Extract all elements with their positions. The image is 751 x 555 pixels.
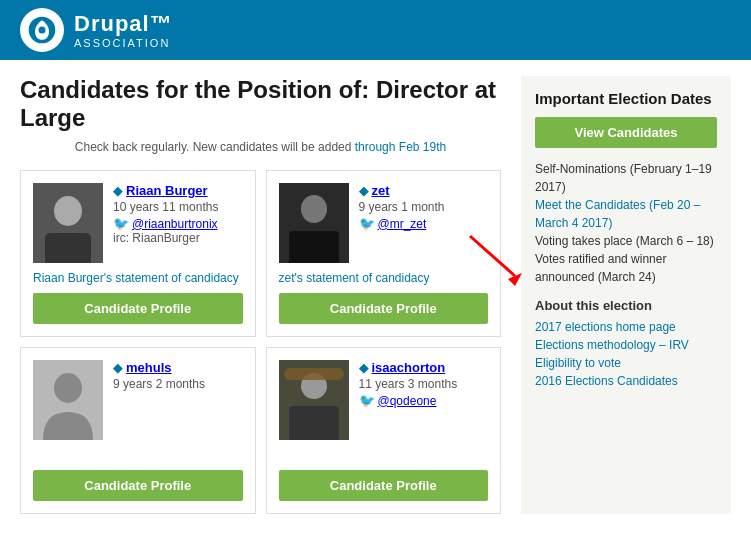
date-meet-link[interactable]: Meet the Candidates (Feb 20 – March 4 20… [535,198,700,230]
candidate-photo-mehuls [33,360,103,440]
candidate-profile-button-isaachorton[interactable]: Candidate Profile [279,470,489,501]
candidate-tenure-mehuls: 9 years 2 months [113,377,243,391]
candidate-details-isaachorton: ◆ isaachorton 11 years 3 months 🐦 @qodeo… [359,360,489,440]
twitter-link-riaan[interactable]: @riaanburtronix [132,217,218,231]
election-dates: Self-Nominations (February 1–19 2017) Me… [535,160,717,286]
candidate-profile-button-zet[interactable]: Candidate Profile [279,293,489,324]
candidate-tenure-zet: 9 years 1 month [359,200,489,214]
candidate-card-isaachorton: ◆ isaachorton 11 years 3 months 🐦 @qodeo… [266,347,502,514]
about-links: 2017 elections home page Elections metho… [535,319,717,388]
svg-point-3 [54,196,82,226]
list-item: 2016 Elections Candidates [535,373,717,388]
candidate-name-link-zet[interactable]: zet [372,183,390,198]
svg-rect-15 [284,368,344,380]
candidate-statement-zet: zet's statement of candidacy [279,271,489,285]
twitter-icon-isaachorton: 🐦 [359,393,375,408]
candidate-name-mehuls: ◆ mehuls [113,360,243,375]
candidate-details-riaan: ◆ Riaan Burger 10 years 11 months 🐦 @ria… [113,183,243,263]
main-content: Candidates for the Position of: Director… [20,76,521,514]
deadline-link[interactable]: through Feb 19th [355,140,446,154]
drupal-logo[interactable] [20,8,64,52]
link-eligibility[interactable]: Eligibility to vote [535,356,621,370]
twitter-link-zet[interactable]: @mr_zet [378,217,427,231]
date-voting: Voting takes place (March 6 – 18) [535,232,717,250]
page-subtitle: Check back regularly. New candidates wil… [20,140,501,154]
twitter-icon-riaan: 🐦 [113,216,129,231]
svg-marker-9 [508,273,522,286]
svg-point-6 [301,195,327,223]
candidate-photo-zet [279,183,349,263]
candidate-tenure-isaachorton: 11 years 3 months [359,377,489,391]
statement-link-riaan[interactable]: Riaan Burger's statement of candidacy [33,271,239,285]
link-irv[interactable]: Elections methodology – IRV [535,338,689,352]
candidate-info-mehuls: ◆ mehuls 9 years 2 months [33,360,243,440]
date-meet: Meet the Candidates (Feb 20 – March 4 20… [535,196,717,232]
statement-spacer-mehuls [33,448,243,470]
candidate-name-link-riaan[interactable]: Riaan Burger [126,183,208,198]
candidate-twitter-zet: 🐦 @mr_zet [359,216,489,231]
candidates-grid: ◆ Riaan Burger 10 years 11 months 🐦 @ria… [20,170,501,514]
sidebar-title: Important Election Dates [535,90,717,107]
candidate-profile-button-riaan[interactable]: Candidate Profile [33,293,243,324]
statement-link-zet[interactable]: zet's statement of candidacy [279,271,430,285]
candidate-name-link-mehuls[interactable]: mehuls [126,360,172,375]
drupal-name: Drupal™ [74,11,173,36]
candidate-photo-riaan [33,183,103,263]
about-title: About this election [535,298,717,313]
drupal-member-icon-zet: ◆ [359,184,368,198]
candidate-details-zet: ◆ zet 9 years 1 month 🐦 @mr_zet [359,183,489,263]
candidate-card-riaan: ◆ Riaan Burger 10 years 11 months 🐦 @ria… [20,170,256,337]
link-2016-elections[interactable]: 2016 Elections Candidates [535,374,678,388]
drupal-member-icon: ◆ [113,184,122,198]
view-candidates-button[interactable]: View Candidates [535,117,717,148]
drupal-member-icon-mehuls: ◆ [113,361,122,375]
twitter-link-isaachorton[interactable]: @qodeone [378,394,437,408]
link-2017-elections[interactable]: 2017 elections home page [535,320,676,334]
candidate-statement-riaan: Riaan Burger's statement of candidacy [33,271,243,285]
candidate-name-riaan: ◆ Riaan Burger [113,183,243,198]
candidate-irc-riaan: irc: RiaanBurger [113,231,243,245]
candidate-info-zet: ◆ zet 9 years 1 month 🐦 @mr_zet [279,183,489,263]
candidate-tenure-riaan: 10 years 11 months [113,200,243,214]
candidate-name-zet: ◆ zet [359,183,489,198]
statement-spacer-isaachorton [279,448,489,470]
list-item: 2017 elections home page [535,319,717,334]
candidate-name-link-isaachorton[interactable]: isaachorton [372,360,446,375]
svg-rect-14 [289,406,339,440]
candidate-profile-button-mehuls[interactable]: Candidate Profile [33,470,243,501]
candidate-card-mehuls: ◆ mehuls 9 years 2 months Candidate Prof… [20,347,256,514]
svg-rect-7 [289,231,339,263]
candidate-info-riaan: ◆ Riaan Burger 10 years 11 months 🐦 @ria… [33,183,243,263]
candidate-twitter-riaan: 🐦 @riaanburtronix [113,216,243,231]
twitter-icon-zet: 🐦 [359,216,375,231]
site-header: Drupal™ ASSOCIATION [0,0,751,60]
candidate-details-mehuls: ◆ mehuls 9 years 2 months [113,360,243,440]
date-ratified: Votes ratified and winner announced (Mar… [535,250,717,286]
candidate-photo-isaachorton [279,360,349,440]
svg-point-1 [39,27,46,34]
drupal-member-icon-isaachorton: ◆ [359,361,368,375]
date-nominations: Self-Nominations (February 1–19 2017) [535,160,717,196]
candidate-info-isaachorton: ◆ isaachorton 11 years 3 months 🐦 @qodeo… [279,360,489,440]
page-title: Candidates for the Position of: Director… [20,76,501,132]
candidate-twitter-isaachorton: 🐦 @qodeone [359,393,489,408]
list-item: Elections methodology – IRV [535,337,717,352]
association-name: ASSOCIATION [74,37,173,49]
candidate-name-isaachorton: ◆ isaachorton [359,360,489,375]
svg-rect-4 [45,233,91,263]
sidebar: Important Election Dates View Candidates… [521,76,731,514]
candidate-card-zet: ◆ zet 9 years 1 month 🐦 @mr_zet zet's st… [266,170,502,337]
logo-text: Drupal™ ASSOCIATION [74,11,173,49]
list-item: Eligibility to vote [535,355,717,370]
svg-point-11 [54,373,82,403]
